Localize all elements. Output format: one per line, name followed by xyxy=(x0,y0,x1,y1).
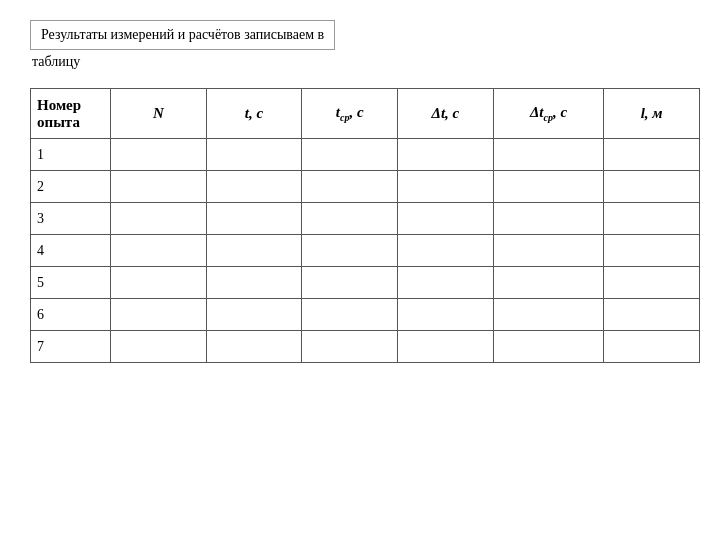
cell-dt-4 xyxy=(398,235,494,267)
cell-t-3 xyxy=(206,203,302,235)
cell-tcp-3 xyxy=(302,203,398,235)
col-header-N: N xyxy=(111,89,207,139)
table-row: 2 xyxy=(31,171,700,203)
cell-dtcp-6 xyxy=(493,299,604,331)
cell-tcp-5 xyxy=(302,267,398,299)
data-table: Номеропыта N t, c tср, c Δt, c Δtср, c xyxy=(30,88,700,363)
table-row: 3 xyxy=(31,203,700,235)
cell-t-1 xyxy=(206,139,302,171)
cell-tcp-6 xyxy=(302,299,398,331)
table-row: 4 xyxy=(31,235,700,267)
cell-t-6 xyxy=(206,299,302,331)
cell-opyt-5: 5 xyxy=(31,267,111,299)
col-label-N: N xyxy=(153,105,164,121)
cell-N-1 xyxy=(111,139,207,171)
cell-l-4 xyxy=(604,235,700,267)
cell-tcp-4 xyxy=(302,235,398,267)
cell-dtcp-3 xyxy=(493,203,604,235)
cell-l-2 xyxy=(604,171,700,203)
cell-dtcp-1 xyxy=(493,139,604,171)
col-header-dt: Δt, c xyxy=(398,89,494,139)
col-label-dt: Δt, c xyxy=(432,105,460,121)
col-header-tcp: tср, c xyxy=(302,89,398,139)
cell-t-5 xyxy=(206,267,302,299)
cell-dt-1 xyxy=(398,139,494,171)
table-row: 5 xyxy=(31,267,700,299)
cell-opyt-2: 2 xyxy=(31,171,111,203)
cell-l-3 xyxy=(604,203,700,235)
cell-dt-3 xyxy=(398,203,494,235)
cell-dt-7 xyxy=(398,331,494,363)
cell-N-4 xyxy=(111,235,207,267)
cell-l-6 xyxy=(604,299,700,331)
cell-opyt-3: 3 xyxy=(31,203,111,235)
cell-N-2 xyxy=(111,171,207,203)
header-line2: таблицу xyxy=(30,54,690,70)
col-label-opyt: Номеропыта xyxy=(37,97,81,130)
col-label-dtcp: Δtср, c xyxy=(530,104,567,120)
page: Результаты измерений и расчётов записыва… xyxy=(0,0,720,383)
cell-opyt-4: 4 xyxy=(31,235,111,267)
cell-t-4 xyxy=(206,235,302,267)
col-header-l: l, м xyxy=(604,89,700,139)
cell-tcp-7 xyxy=(302,331,398,363)
cell-opyt-6: 6 xyxy=(31,299,111,331)
table-row: 1 xyxy=(31,139,700,171)
table-row: 7 xyxy=(31,331,700,363)
col-label-tcp: tср, c xyxy=(336,104,364,120)
cell-N-3 xyxy=(111,203,207,235)
cell-N-7 xyxy=(111,331,207,363)
table-row: 6 xyxy=(31,299,700,331)
col-header-t: t, c xyxy=(206,89,302,139)
cell-t-2 xyxy=(206,171,302,203)
col-header-opyt: Номеропыта xyxy=(31,89,111,139)
cell-dt-5 xyxy=(398,267,494,299)
cell-l-5 xyxy=(604,267,700,299)
cell-N-6 xyxy=(111,299,207,331)
cell-dt-2 xyxy=(398,171,494,203)
col-label-l: l, м xyxy=(641,105,663,121)
cell-dtcp-4 xyxy=(493,235,604,267)
cell-dtcp-2 xyxy=(493,171,604,203)
table-body: 1234567 xyxy=(31,139,700,363)
cell-l-1 xyxy=(604,139,700,171)
cell-tcp-2 xyxy=(302,171,398,203)
cell-N-5 xyxy=(111,267,207,299)
cell-l-7 xyxy=(604,331,700,363)
col-header-dtcp: Δtср, c xyxy=(493,89,604,139)
cell-dtcp-7 xyxy=(493,331,604,363)
cell-tcp-1 xyxy=(302,139,398,171)
col-label-t: t, c xyxy=(245,105,263,121)
cell-opyt-7: 7 xyxy=(31,331,111,363)
cell-dtcp-5 xyxy=(493,267,604,299)
cell-t-7 xyxy=(206,331,302,363)
cell-opyt-1: 1 xyxy=(31,139,111,171)
header-box: Результаты измерений и расчётов записыва… xyxy=(30,20,335,50)
cell-dt-6 xyxy=(398,299,494,331)
header-line1: Результаты измерений и расчётов записыва… xyxy=(41,27,324,42)
